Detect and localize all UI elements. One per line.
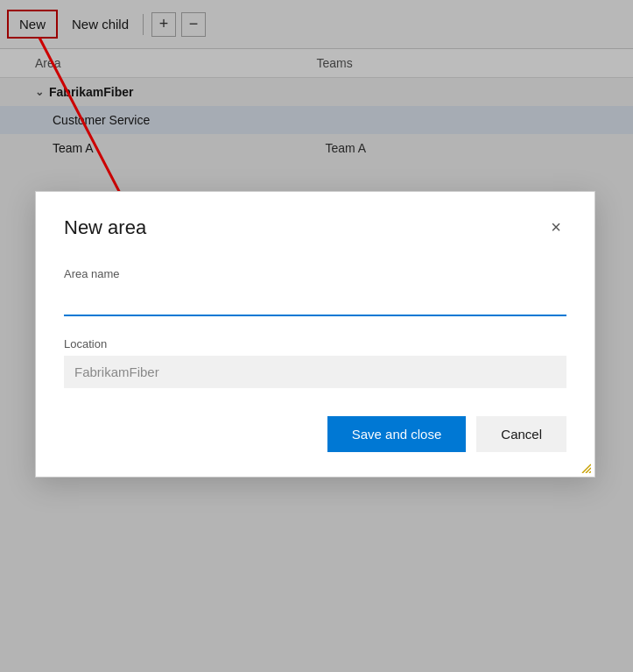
close-button[interactable]: × <box>545 216 566 237</box>
dialog-footer: Save and close Cancel <box>64 416 566 452</box>
resize-handle[interactable] <box>579 461 591 473</box>
area-name-label: Area name <box>64 267 566 280</box>
svg-line-4 <box>589 471 591 473</box>
dialog-header: New area × <box>64 216 566 239</box>
location-label: Location <box>64 337 566 350</box>
new-area-dialog: New area × Area name Location FabrikamFi… <box>35 191 595 477</box>
dialog-body: Area name Location FabrikamFiber <box>64 267 566 388</box>
cancel-button[interactable]: Cancel <box>476 416 566 452</box>
save-and-close-button[interactable]: Save and close <box>327 416 467 452</box>
location-value: FabrikamFiber <box>64 356 566 388</box>
dialog-title: New area <box>64 216 146 239</box>
area-name-input[interactable] <box>64 286 566 316</box>
